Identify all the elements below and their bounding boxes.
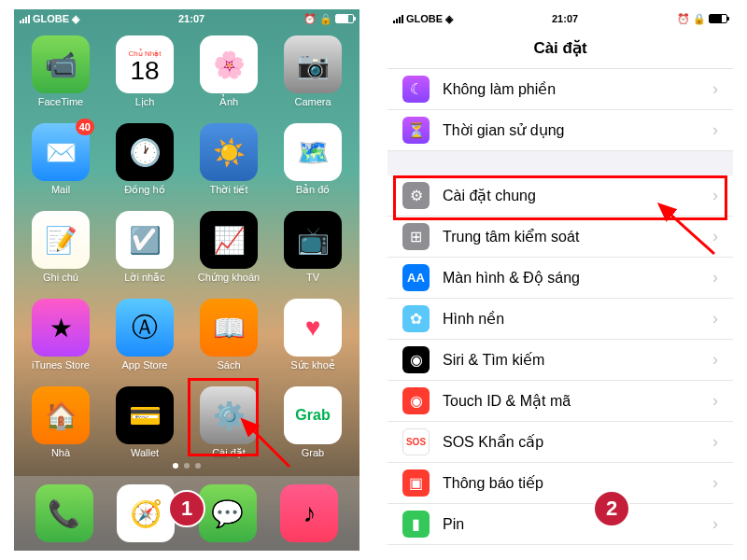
battery-icon [335, 14, 354, 23]
reminders-icon: ☑️ [129, 225, 162, 256]
signal-icon [20, 15, 30, 23]
chevron-right-icon: › [712, 79, 718, 99]
messages-icon: 💬 [211, 498, 244, 529]
toggles-icon: ⊞ [402, 223, 430, 250]
chevron-right-icon: › [712, 473, 718, 493]
app-itunes[interactable]: ★iTunes Store [23, 299, 98, 371]
stocks-icon: 📈 [213, 225, 246, 256]
maps-icon: 🗺️ [297, 137, 330, 168]
carrier-label: GLOBE [33, 13, 69, 24]
sos-icon: SOS [402, 428, 430, 455]
carrier-label: GLOBE [406, 13, 443, 24]
tv-icon: 📺 [297, 225, 330, 256]
dock-safari[interactable]: 🧭 [117, 484, 175, 542]
notification-icon: ▣ [402, 469, 430, 497]
phone-settings-screen: GLOBE ◈ 21:07 ⏰ 🔒 Cài đặt ☾Không làm phi… [388, 9, 733, 551]
signal-icon [393, 15, 403, 23]
page-title: Cài đặt [533, 38, 586, 58]
phone-icon: 📞 [48, 498, 80, 529]
status-time: 21:07 [178, 13, 204, 24]
section-gap [388, 151, 733, 175]
wallet-icon: 💳 [129, 400, 162, 431]
app-facetime[interactable]: 📹FaceTime [23, 35, 98, 108]
notes-icon: 📝 [45, 225, 78, 256]
fingerprint-icon: ◉ [402, 387, 430, 414]
music-icon: ♪ [303, 498, 316, 528]
dock-music[interactable]: ♪ [280, 484, 338, 542]
app-calendar[interactable]: Chủ Nhật18Lịch [107, 35, 182, 108]
dock-messages[interactable]: 💬 [199, 484, 257, 542]
settings-header: Cài đặt [388, 28, 733, 69]
row-sos[interactable]: SOSSOS Khẩn cấp› [388, 422, 733, 463]
alarm-icon: ⏰ [677, 13, 690, 25]
app-maps[interactable]: 🗺️Bản đồ [275, 123, 350, 196]
text-size-icon: AA [402, 264, 430, 291]
row-touch-id[interactable]: ◉Touch ID & Mật mã› [388, 381, 733, 422]
health-icon: ♥ [305, 313, 321, 343]
chevron-right-icon: › [712, 120, 718, 140]
svg-line-0 [250, 427, 289, 467]
app-photos[interactable]: 🌸Ảnh [191, 35, 266, 108]
photos-icon: 🌸 [213, 49, 246, 80]
app-clock[interactable]: 🕐Đồng hồ [107, 123, 182, 196]
row-do-not-disturb[interactable]: ☾Không làm phiền› [388, 69, 733, 110]
row-wallpaper[interactable]: ✿Hình nền› [388, 299, 733, 340]
weather-icon: ☀️ [213, 137, 246, 168]
grab-logo: Grab [295, 407, 330, 424]
itunes-icon: ★ [49, 313, 73, 343]
mail-badge: 40 [76, 119, 94, 135]
app-mail[interactable]: ✉️40Mail [23, 123, 98, 196]
status-time: 21:07 [552, 13, 578, 24]
chevron-right-icon: › [712, 514, 718, 534]
facetime-icon: 📹 [45, 49, 78, 80]
chevron-right-icon: › [712, 391, 718, 411]
wallpaper-icon: ✿ [402, 305, 430, 332]
app-notes[interactable]: 📝Ghi chú [23, 211, 98, 284]
step-badge-1: 1 [168, 490, 205, 527]
chevron-right-icon: › [712, 268, 718, 287]
row-screen-time[interactable]: ⏳Thời gian sử dụng› [388, 110, 733, 151]
chevron-right-icon: › [712, 350, 718, 370]
dock-phone[interactable]: 📞 [35, 484, 93, 542]
wifi-icon: ◈ [445, 13, 453, 25]
app-books[interactable]: 📖Sách [191, 299, 266, 371]
app-weather[interactable]: ☀️Thời tiết [191, 123, 266, 196]
wifi-icon: ◈ [72, 13, 79, 25]
settings-list[interactable]: ☾Không làm phiền› ⏳Thời gian sử dụng› ⚙C… [388, 69, 733, 545]
app-grid: 📹FaceTime Chủ Nhật18Lịch 🌸Ảnh 📷Camera ✉️… [23, 35, 350, 459]
phone-home-screen: GLOBE ◈ 21:07 ⏰ 🔒 📹FaceTime Chủ Nhật18Lị… [14, 9, 359, 551]
home-icon: 🏠 [45, 400, 78, 431]
app-wallet[interactable]: 💳Wallet [107, 386, 182, 459]
battery-row-icon: ▮ [402, 511, 430, 538]
arrow-to-general [658, 207, 724, 267]
app-stocks[interactable]: 📈Chứng khoán [191, 211, 266, 284]
step-badge-2: 2 [593, 490, 630, 527]
app-appstore[interactable]: ⒶApp Store [107, 299, 182, 371]
chevron-right-icon: › [712, 432, 718, 452]
chevron-right-icon: › [712, 309, 718, 329]
app-reminders[interactable]: ☑️Lời nhắc [107, 211, 182, 284]
lock-icon: 🔒 [319, 13, 332, 25]
appstore-icon: Ⓐ [132, 310, 158, 345]
siri-icon: ◉ [402, 346, 430, 373]
alarm-icon: ⏰ [303, 13, 317, 25]
moon-icon: ☾ [402, 76, 430, 103]
safari-icon: 🧭 [130, 498, 162, 529]
row-siri[interactable]: ◉Siri & Tìm kiếm› [388, 340, 733, 381]
hourglass-icon: ⏳ [402, 117, 430, 144]
row-battery[interactable]: ▮Pin› [388, 504, 733, 545]
app-tv[interactable]: 📺TV [275, 211, 350, 284]
books-icon: 📖 [213, 313, 246, 343]
svg-line-1 [668, 212, 714, 254]
app-home[interactable]: 🏠Nhà [23, 386, 98, 459]
lock-icon: 🔒 [693, 13, 706, 25]
app-camera[interactable]: 📷Camera [275, 35, 350, 108]
battery-icon [709, 14, 727, 23]
camera-icon: 📷 [297, 49, 330, 80]
page-indicator[interactable] [14, 463, 359, 469]
arrow-to-settings [243, 420, 299, 480]
status-bar: GLOBE ◈ 21:07 ⏰ 🔒 [14, 9, 359, 28]
row-notifications[interactable]: ▣Thông báo tiếp› [388, 463, 733, 504]
status-bar: GLOBE ◈ 21:07 ⏰ 🔒 [388, 9, 733, 28]
app-health[interactable]: ♥Sức khoẻ [275, 299, 350, 371]
